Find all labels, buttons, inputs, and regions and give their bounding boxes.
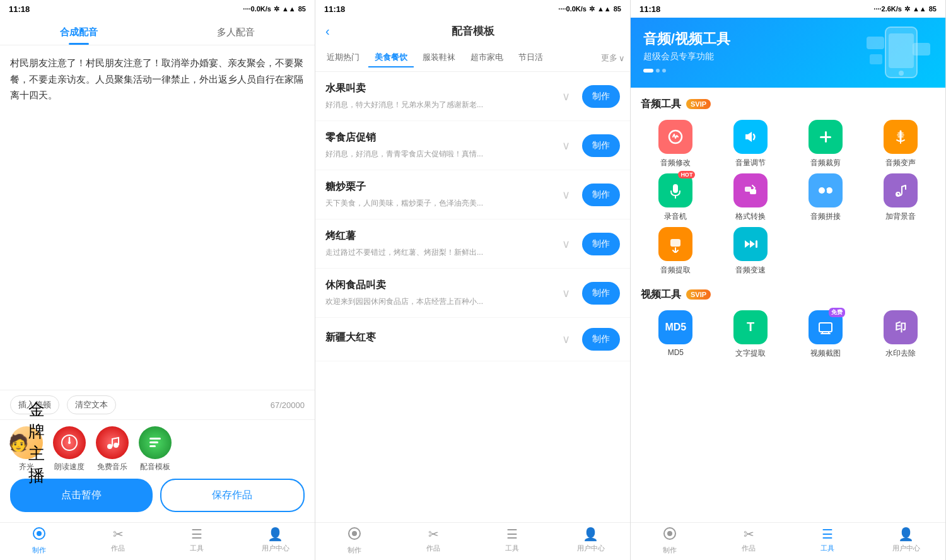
nav-profile-2[interactable]: 👤 用户中心 [551,523,630,560]
tab-dubbing-multi[interactable]: 多人配音 [158,23,315,45]
voice-item-music[interactable]: 免费音乐 [96,426,129,472]
format-convert-icon [733,173,768,207]
save-button[interactable]: 保存作品 [160,479,305,512]
voice-item-template[interactable]: 配音模板 [139,426,172,472]
tabs-bar: 合成配音 多人配音 [0,18,315,45]
tool-recorder[interactable]: HOT 录音机 [641,173,711,222]
template-info-5: 新疆大红枣 [325,331,549,348]
nav-tools-3[interactable]: ☰ 工具 [788,523,867,560]
more-label: 更多 [601,52,617,64]
template-name-0: 水果叫卖 [325,82,549,95]
template-header: ‹ 配音模板 [315,18,630,45]
dot-1 [643,69,653,73]
svg-marker-29 [745,240,750,248]
svg-point-27 [896,192,900,196]
video-svip-badge: SVIP [686,289,711,300]
voice-item-speed[interactable]: 朗读速度 [53,426,86,472]
nav-create-3[interactable]: 制作 [631,523,710,560]
tool-audio-voice-change[interactable]: 音频变声 [865,120,935,168]
video-t-icon: T [733,310,768,344]
svg-marker-30 [750,240,755,248]
nav-label-works-1: 作品 [111,544,125,553]
template-expand-4[interactable]: ∨ [557,284,575,302]
status-icons-2: ····0.0K/s ✲ ▲▲ 85 [558,5,621,13]
audio-modify-icon [658,120,692,154]
tool-format-convert[interactable]: 格式转换 [716,173,786,222]
voice-label-speed: 朗读速度 [54,462,85,472]
svg-rect-4 [149,438,161,440]
clear-text-button[interactable]: 清空文本 [67,395,116,414]
template-make-1[interactable]: 制作 [582,134,620,157]
gold-anchor-badge: 金牌主播 [28,399,45,487]
md5-text: MD5 [665,322,686,333]
nav-profile-1[interactable]: 👤 用户中心 [236,523,315,560]
template-expand-1[interactable]: ∨ [557,137,575,155]
audio-extract-label: 音频提取 [660,265,691,276]
nav-label-profile-2: 用户中心 [577,544,605,553]
tool-video-screen[interactable]: 免费 视频截图 [791,310,861,359]
toolbar-row: 插入停顿 清空文本 67/20000 [0,390,315,419]
tool-audio-speed[interactable]: 音频变速 [716,227,786,276]
tab-dubbing-synth[interactable]: 合成配音 [0,23,158,45]
tool-print[interactable]: 印 水印去除 [865,310,935,359]
battery-icon-1: 85 [298,5,306,13]
cat-food[interactable]: 美食餐饮 [368,49,414,67]
template-expand-2[interactable]: ∨ [557,186,575,204]
template-make-0[interactable]: 制作 [582,85,620,108]
svg-point-34 [667,531,672,536]
bluetooth-icon-1: ✲ [274,5,279,13]
tool-audio-concat[interactable]: 音频拼接 [791,173,861,222]
cat-holiday[interactable]: 节日活 [512,49,549,67]
nav-profile-3[interactable]: 👤 用户中心 [867,523,945,560]
tool-audio-extract[interactable]: 音频提取 [641,227,711,276]
print-icon: 印 [884,310,918,344]
bottom-nav-3: 制作 ✂ 作品 ☰ 工具 👤 用户中心 [631,522,945,560]
audio-concat-icon [809,173,843,207]
dubbing-text-input[interactable]: 村民朋友注意了！村民朋友注意了！取消举办婚宴、亲友聚会，不要聚餐，不要走亲访友。… [10,55,305,380]
recorder-icon: HOT [658,173,692,207]
template-make-2[interactable]: 制作 [582,184,620,206]
cat-more[interactable]: 更多 ∨ [601,52,625,64]
profile-icon-2: 👤 [583,527,599,542]
back-button[interactable]: ‹ [325,24,330,38]
template-expand-3[interactable]: ∨ [557,235,575,253]
template-item-3: 烤红薯 走过路过不要错过，烤红薯、烤甜梨！新鲜出... ∨ 制作 [315,219,630,269]
template-make-3[interactable]: 制作 [582,233,620,255]
voice-item-qiguang[interactable]: 🧑 金牌主播 齐光 [10,426,43,472]
action-buttons: 点击暂停 保存作品 [10,479,305,512]
svg-point-25 [826,187,832,194]
tool-audio-modify[interactable]: 音频修改 [641,120,711,168]
template-name-5: 新疆大红枣 [325,331,549,344]
cat-clothing[interactable]: 服装鞋袜 [416,49,462,67]
nav-label-works-3: 作品 [742,544,756,553]
tool-add-bgm[interactable]: 加背景音 [865,173,935,222]
audio-cut-label: 音频裁剪 [810,158,841,168]
tool-video-t[interactable]: T 文字提取 [716,310,786,359]
banner-area: 音频/视频工具 超级会员专享功能 [631,18,945,88]
t-label: 文字提取 [735,348,766,359]
profile-icon-3: 👤 [898,527,914,542]
template-expand-5[interactable]: ∨ [557,330,575,348]
status-icons-1: ····0.0K/s ✲ ▲▲ 85 [243,5,306,13]
template-make-5[interactable]: 制作 [582,328,620,351]
nav-tools-2[interactable]: ☰ 工具 [473,523,552,560]
category-tabs: 近期热门 美食餐饮 服装鞋袜 超市家电 节日活 更多 ∨ [315,45,630,72]
template-name-4: 休闲食品叫卖 [325,279,549,292]
template-desc-3: 走过路过不要错过，烤红薯、烤甜梨！新鲜出... [325,247,549,258]
nav-tools-1[interactable]: ☰ 工具 [158,523,237,560]
svg-rect-26 [825,189,827,192]
template-item-4: 休闲食品叫卖 欢迎来到园园休闲食品店，本店经营上百种小... ∨ 制作 [315,269,630,318]
cat-supermarket[interactable]: 超市家电 [464,49,510,67]
cat-recent[interactable]: 近期热门 [320,49,366,67]
audio-modify-label: 音频修改 [660,158,691,168]
tool-md5[interactable]: MD5 MD5 [641,310,711,359]
nav-create-2[interactable]: 制作 [315,523,394,560]
nav-works-1[interactable]: ✂ 作品 [79,523,158,560]
nav-works-2[interactable]: ✂ 作品 [394,523,473,560]
tool-audio-cut[interactable]: 音频裁剪 [791,120,861,168]
template-expand-0[interactable]: ∨ [557,88,575,105]
nav-works-3[interactable]: ✂ 作品 [710,523,788,560]
nav-create-1[interactable]: 制作 [0,523,79,560]
template-make-4[interactable]: 制作 [582,282,620,305]
tool-audio-volume[interactable]: 音量调节 [716,120,786,168]
